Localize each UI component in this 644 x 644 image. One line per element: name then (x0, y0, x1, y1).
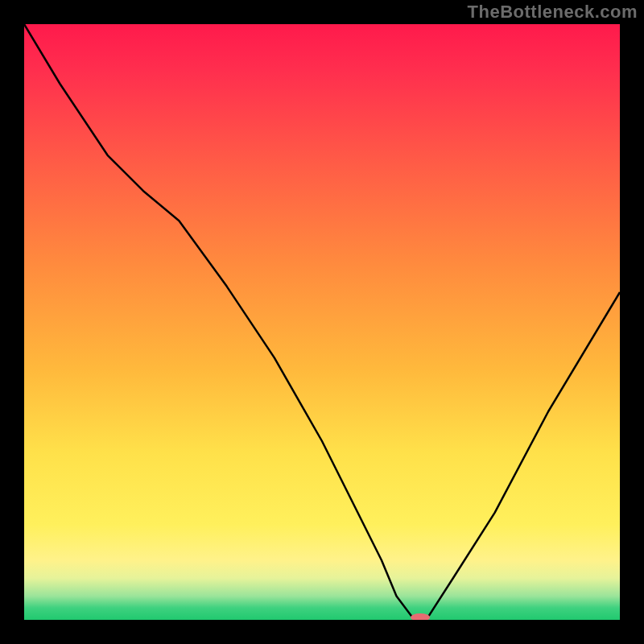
figure-frame: TheBottleneck.com (0, 0, 644, 644)
chart-svg (24, 24, 620, 620)
plot-area (24, 24, 620, 620)
bottleneck-curve (24, 24, 620, 620)
minimum-marker (411, 613, 430, 620)
watermark-text: TheBottleneck.com (468, 2, 638, 23)
